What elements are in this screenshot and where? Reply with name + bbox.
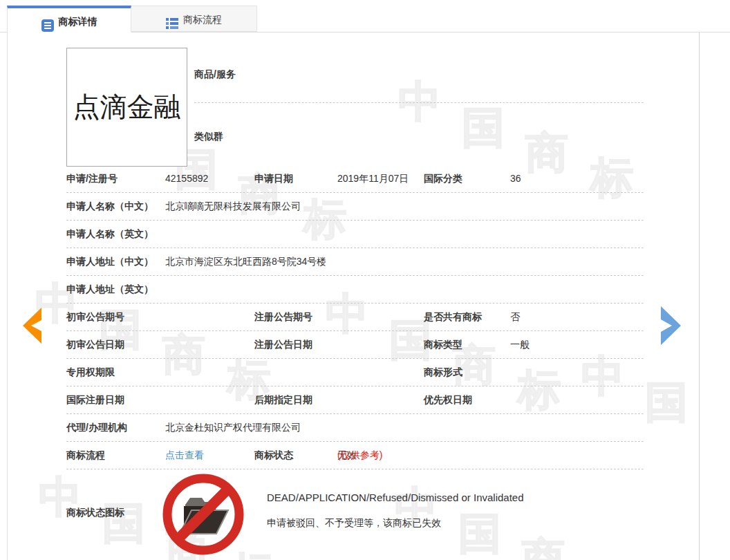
previous-record-arrow[interactable] (23, 308, 42, 346)
row-applicant-cn: 申请人名称（中文） 北京嘀嘀无限科技发展有限公司 (66, 193, 644, 221)
trademark-text: 点滴金融 (73, 88, 181, 126)
field-label: 申请人地址（英文） (66, 276, 153, 303)
row-announcement-dates: 初审公告日期 注册公告日期 商标类型 一般 (66, 331, 644, 359)
field-value: 北京市海淀区东北旺西路8号院34号楼 (165, 248, 326, 275)
field-value: 42155892 (165, 165, 208, 192)
field-label: 商标形式 (424, 359, 462, 386)
field-label: 申请人名称（英文） (66, 221, 153, 248)
row-address-en: 申请人地址（英文） (66, 276, 644, 304)
field-label: 优先权日期 (424, 386, 472, 413)
field-label: 后期指定日期 (254, 386, 312, 413)
row-international-dates: 国际注册日期 后期指定日期 优先权日期 (66, 386, 644, 414)
field-label: 申请日期 (254, 165, 293, 192)
status-icon-label: 商标状态图标 (66, 507, 124, 519)
field-label: 注册公告日期 (254, 331, 312, 358)
tab-label: 商标详情 (59, 8, 97, 35)
trademark-image: 点滴金融 (66, 48, 187, 167)
field-value: 北京金杜知识产权代理有限公司 (165, 414, 301, 441)
tab-label: 商标流程 (183, 6, 222, 32)
trademark-detail-page: 商标详情 商标流程 中国商标 中国商标 中国商标 中国商标 中国商标 中国商标 (0, 0, 730, 560)
goods-services-label: 商品/服务 (194, 68, 236, 81)
view-flow-link[interactable]: 点击查看 (165, 442, 204, 469)
row-announcement-numbers: 初审公告期号 注册公告期号 是否共有商标 否 (66, 304, 644, 331)
row-flow-status: 商标流程 点击查看 商标状态 无效(仅供参考) (66, 442, 644, 469)
field-label: 商标状态 (254, 442, 293, 469)
field-label: 申请人名称（中文） (66, 193, 153, 220)
field-label: 是否共有商标 (424, 304, 482, 330)
field-value: 否 (510, 304, 520, 330)
row-registration-number: 申请/注册号 42155892 申请日期 2019年11月07日 国际分类 36 (66, 165, 644, 193)
field-label: 申请人地址（中文） (66, 248, 153, 275)
tab-trademark-detail[interactable]: 商标详情 (7, 6, 131, 32)
field-label: 商标类型 (424, 331, 462, 358)
similar-group-label: 类似群 (194, 131, 223, 143)
field-value: 36 (510, 165, 521, 192)
list-icon (166, 13, 178, 26)
row-address-cn: 申请人地址（中文） 北京市海淀区东北旺西路8号院34号楼 (66, 248, 644, 276)
field-label: 初审公告期号 (66, 304, 124, 330)
status-text-en: DEAD/APPLICATION/Refused/Dismissed or In… (267, 492, 524, 503)
divider (194, 102, 644, 103)
status-note: (仅供参考) (337, 442, 382, 469)
field-value: 一般 (510, 331, 530, 358)
trademark-detail-panel: 中国商标 中国商标 中国商标 中国商标 中国商标 中国商标 中国商标 点滴金融 … (7, 32, 700, 560)
field-label: 注册公告期号 (254, 304, 312, 330)
field-label: 国际分类 (424, 165, 462, 192)
dead-trademark-prohibited-folder-icon (162, 473, 245, 558)
next-record-arrow[interactable] (660, 306, 681, 347)
status-description: 申请被驳回、不予受理等，该商标已失效 (267, 517, 441, 530)
field-value: 北京嘀嘀无限科技发展有限公司 (165, 193, 301, 220)
field-value: 2019年11月07日 (337, 165, 409, 192)
row-applicant-en: 申请人名称（英文） (66, 221, 644, 248)
tab-trademark-flow[interactable]: 商标流程 (131, 6, 257, 32)
field-label: 初审公告日期 (66, 331, 124, 358)
field-label: 国际注册日期 (66, 386, 124, 413)
row-agency: 代理/办理机构 北京金杜知识产权代理有限公司 (66, 414, 644, 442)
row-exclusive-right: 专用权期限 商标形式 (66, 359, 644, 386)
field-label: 商标流程 (66, 442, 105, 469)
field-label: 代理/办理机构 (66, 414, 127, 441)
document-icon (41, 15, 54, 28)
field-label: 专用权期限 (66, 359, 115, 386)
field-label: 申请/注册号 (66, 165, 118, 192)
